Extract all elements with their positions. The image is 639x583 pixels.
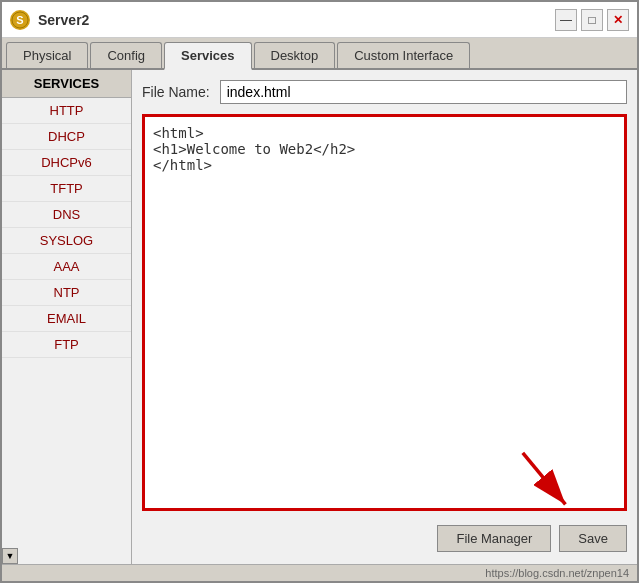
sidebar-item-email[interactable]: EMAIL <box>2 306 131 332</box>
editor-container <box>142 114 627 511</box>
sidebar-item-ntp[interactable]: NTP <box>2 280 131 306</box>
tab-bar: Physical Config Services Desktop Custom … <box>2 38 637 70</box>
window-title: Server2 <box>38 12 89 28</box>
title-bar-left: S Server2 <box>10 10 89 30</box>
sidebar-scroll[interactable]: HTTP DHCP DHCPv6 TFTP DNS SYSLOG AAA NTP… <box>2 98 131 548</box>
tab-config[interactable]: Config <box>90 42 162 68</box>
content-area: SERVICES HTTP DHCP DHCPv6 TFTP DNS SYSLO… <box>2 70 637 564</box>
sidebar-item-dns[interactable]: DNS <box>2 202 131 228</box>
sidebar-item-tftp[interactable]: TFTP <box>2 176 131 202</box>
sidebar-item-dhcp[interactable]: DHCP <box>2 124 131 150</box>
sidebar-header: SERVICES <box>2 70 131 98</box>
file-name-input[interactable] <box>220 80 627 104</box>
sidebar: SERVICES HTTP DHCP DHCPv6 TFTP DNS SYSLO… <box>2 70 132 564</box>
file-name-row: File Name: <box>142 80 627 104</box>
tab-custom-interface[interactable]: Custom Interface <box>337 42 470 68</box>
main-panel: File Name: File M <box>132 70 637 564</box>
file-manager-button[interactable]: File Manager <box>437 525 551 552</box>
title-bar: S Server2 — □ ✕ <box>2 2 637 38</box>
window-controls: — □ ✕ <box>555 9 629 31</box>
sidebar-item-ftp[interactable]: FTP <box>2 332 131 358</box>
main-window: S Server2 — □ ✕ Physical Config Services… <box>0 0 639 583</box>
sidebar-item-dhcpv6[interactable]: DHCPv6 <box>2 150 131 176</box>
file-name-label: File Name: <box>142 84 210 100</box>
bottom-bar: File Manager Save <box>142 521 627 554</box>
tab-services[interactable]: Services <box>164 42 252 70</box>
editor-textarea[interactable] <box>142 114 627 511</box>
status-text: https://blog.csdn.net/znpen14 <box>485 567 629 579</box>
status-bar: https://blog.csdn.net/znpen14 <box>2 564 637 581</box>
sidebar-item-http[interactable]: HTTP <box>2 98 131 124</box>
bottom-section: File Manager Save <box>142 521 627 554</box>
tab-desktop[interactable]: Desktop <box>254 42 336 68</box>
scrollbar-down-button[interactable]: ▼ <box>2 548 18 564</box>
app-icon: S <box>10 10 30 30</box>
close-button[interactable]: ✕ <box>607 9 629 31</box>
sidebar-item-syslog[interactable]: SYSLOG <box>2 228 131 254</box>
minimize-button[interactable]: — <box>555 9 577 31</box>
tab-physical[interactable]: Physical <box>6 42 88 68</box>
maximize-button[interactable]: □ <box>581 9 603 31</box>
svg-text:S: S <box>16 14 23 26</box>
save-button[interactable]: Save <box>559 525 627 552</box>
sidebar-item-aaa[interactable]: AAA <box>2 254 131 280</box>
